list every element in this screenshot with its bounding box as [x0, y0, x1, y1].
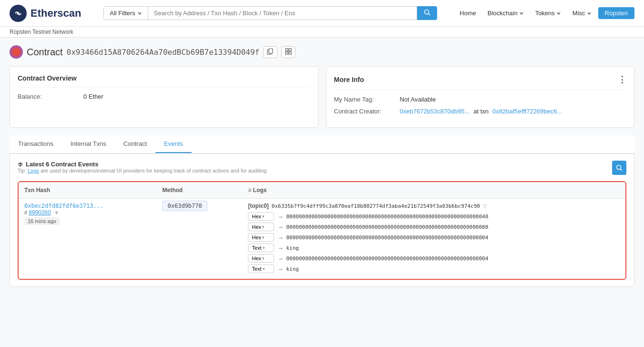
header: Etherscan All Filters Home Blockchain To… — [0, 0, 644, 27]
logo-text: Etherscan — [31, 7, 81, 20]
search-bar: All Filters — [103, 6, 437, 20]
col-logs: ≡ Logs — [242, 182, 625, 199]
search-button[interactable] — [417, 6, 437, 20]
nav-blockchain[interactable]: Blockchain — [483, 7, 529, 20]
block-number-link[interactable]: 8990260 — [29, 209, 51, 216]
search-input[interactable] — [148, 6, 418, 20]
log-value: king — [286, 266, 299, 272]
method-badge: 0x63d9b770 — [162, 201, 207, 211]
chevron-down-icon — [137, 11, 142, 16]
events-title: ≑ Latest 6 Contract Events — [18, 161, 266, 168]
name-tag-row: My Name Tag: Not Available — [334, 96, 627, 103]
log-type-label: Hex — [252, 255, 261, 261]
tab-events[interactable]: Events — [155, 135, 192, 153]
panel-title-left: Contract Overview — [18, 74, 310, 87]
contract-label: Contract — [27, 47, 63, 58]
more-info-panel: More Info ⋮ My Name Tag: Not Available C… — [326, 66, 635, 128]
chevron-down-icon: ▾ — [263, 266, 265, 271]
logs-icon: ≡ — [248, 187, 253, 194]
log-type-label: Hex — [252, 224, 261, 230]
search-icon — [616, 164, 623, 171]
svg-line-11 — [621, 169, 623, 171]
tabs-container: Transactions Internal Txns Contract Even… — [10, 135, 634, 287]
topic0-row: [topic0] 0x6335b7f9c4dff99c3a870eaf18b80… — [248, 203, 620, 209]
log-type-btn-0[interactable]: Hex ▾ — [248, 212, 274, 221]
logs-cell: [topic0] 0x6335b7f9c4dff99c3a870eaf18b80… — [242, 199, 625, 279]
log-row: Hex ▾ → 00000000000000000000000000000000… — [248, 212, 620, 221]
svg-point-1 — [17, 12, 20, 15]
tab-transactions[interactable]: Transactions — [10, 135, 62, 153]
nav-right: Home Blockchain Tokens Misc Ropsten — [455, 7, 634, 20]
search-icon — [424, 9, 430, 16]
svg-rect-5 — [269, 49, 273, 53]
info-panels: Contract Overview Balance: 0 Ether More … — [10, 66, 634, 128]
table-row: 0xbec2dfd82fdf6e3713... # 8990260 ▼ 16 m… — [19, 199, 625, 279]
log-row: Text ▾ → king — [248, 265, 620, 273]
chevron-down-icon — [519, 11, 524, 16]
main-content: Contract 0x93466d15A8706264Aa70edBCb69B7… — [0, 38, 644, 295]
contract-title-row: Contract 0x93466d15A8706264Aa70edBCb69B7… — [10, 45, 634, 59]
events-tip: Tip: Logs are used by developers/externa… — [18, 168, 266, 174]
tab-contract[interactable]: Contract — [115, 135, 155, 153]
nav-home[interactable]: Home — [455, 7, 481, 20]
at-txn-hash[interactable]: 0x82baf5efff72269bec6... — [492, 108, 562, 115]
name-tag-label: My Name Tag: — [334, 96, 396, 103]
log-type-btn-5[interactable]: Text ▾ — [248, 265, 274, 273]
panel-title-right: More Info ⋮ — [334, 74, 627, 90]
filter-button[interactable]: All Filters — [103, 6, 148, 20]
chevron-down-icon: ▾ — [262, 225, 265, 229]
arrow-right-icon: → — [277, 255, 283, 262]
log-value: 0000000000000000000000000000000000000000… — [286, 255, 488, 262]
arrow-right-icon: → — [277, 265, 283, 273]
logs-link[interactable]: Logs — [28, 168, 39, 174]
log-type-label: Hex — [252, 214, 261, 219]
txn-hash-link[interactable]: 0xbec2dfd82fdf6e3713... — [24, 203, 103, 209]
chevron-down-icon — [587, 11, 592, 16]
events-search-button[interactable] — [612, 161, 626, 175]
svg-rect-9 — [289, 52, 291, 54]
chevron-down-icon: ▾ — [262, 214, 265, 219]
log-type-btn-4[interactable]: Hex ▾ — [248, 254, 274, 263]
contract-overview-panel: Contract Overview Balance: 0 Ether — [10, 66, 318, 128]
col-txn-hash: Txn Hash — [19, 182, 156, 199]
log-value: 0000000000000000000000000000000000000000… — [286, 235, 488, 241]
chevron-down-icon: ▾ — [262, 256, 265, 261]
events-table: Txn Hash Method ≡ Logs 0xbec2dfd82fdf6e3… — [19, 182, 625, 279]
log-type-btn-3[interactable]: Text ▾ — [248, 244, 274, 252]
grid-button[interactable] — [281, 46, 296, 58]
creator-address[interactable]: 0xeb7672b53c870db95... — [400, 108, 470, 115]
log-row: Text ▾ → king — [248, 244, 620, 252]
log-type-btn-1[interactable]: Hex ▾ — [248, 223, 274, 231]
events-section: ≑ Latest 6 Contract Events Tip: Logs are… — [10, 153, 634, 287]
log-value: 0000000000000000000000000000000000000000… — [286, 214, 488, 220]
chevron-down-icon: ▾ — [263, 245, 265, 250]
time-badge: 16 mins ago — [24, 217, 60, 225]
log-row: Hex ▾ → 00000000000000000000000000000000… — [248, 223, 620, 231]
arrow-right-icon: → — [277, 234, 283, 241]
nav-tokens[interactable]: Tokens — [531, 7, 566, 20]
filter-icon[interactable]: ▽ — [483, 203, 487, 209]
at-txn-label: at txn — [473, 108, 489, 115]
chevron-down-icon: ▾ — [262, 235, 265, 240]
grid-icon — [285, 48, 292, 55]
svg-line-3 — [429, 14, 430, 16]
events-header: ≑ Latest 6 Contract Events Tip: Logs are… — [18, 161, 626, 179]
balance-row: Balance: 0 Ether — [18, 93, 310, 100]
svg-point-10 — [617, 165, 621, 170]
copy-button[interactable] — [263, 46, 277, 58]
log-type-btn-2[interactable]: Hex ▾ — [248, 233, 274, 242]
creator-label: Contract Creator: — [334, 108, 396, 115]
nav-misc[interactable]: Misc — [568, 7, 596, 20]
name-tag-value: Not Available — [400, 96, 436, 103]
network-button[interactable]: Ropsten — [598, 7, 634, 19]
events-table-wrap: Txn Hash Method ≡ Logs 0xbec2dfd82fdf6e3… — [18, 181, 626, 280]
creator-row: Contract Creator: 0xeb7672b53c870db95...… — [334, 108, 627, 115]
arrow-right-icon: → — [277, 213, 283, 220]
chevron-down-icon — [556, 11, 561, 16]
contract-address: 0x93466d15A8706264Aa70edBCb69B7e13394D04… — [67, 48, 260, 57]
txn-hash-cell: 0xbec2dfd82fdf6e3713... # 8990260 ▼ 16 m… — [19, 199, 156, 279]
tab-internal-txns[interactable]: Internal Txns — [62, 135, 115, 153]
svg-rect-8 — [286, 52, 288, 54]
tabs: Transactions Internal Txns Contract Even… — [10, 135, 634, 153]
more-options-icon[interactable]: ⋮ — [618, 74, 626, 85]
